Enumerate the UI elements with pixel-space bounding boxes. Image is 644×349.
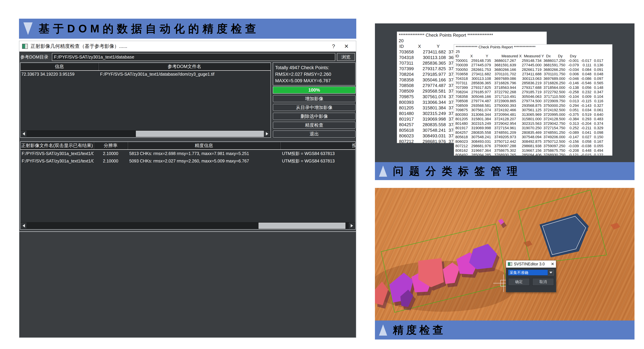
report-title: *************** Check Points Report ****… bbox=[454, 45, 612, 49]
section-banner-label-manage: 问题分类标签管理 bbox=[375, 162, 634, 180]
report-row: 707311 285836.365 3716826.796 285836.219… bbox=[454, 81, 612, 85]
col-y: Y bbox=[486, 54, 488, 58]
accuracy-check-window: 正射影像几何精度检查（基于参考影像）...... ? ✕ 参考DOM目录 浏览 … bbox=[19, 41, 356, 338]
report-row: 700039 277445.079 3681591.639 277445.000… bbox=[454, 63, 612, 67]
scrollbar-thumb[interactable] bbox=[136, 131, 264, 137]
action-button[interactable]: 退出 bbox=[273, 130, 356, 138]
check-points-stats: Totally 4947 Check Points: RMSX=2.027 RM… bbox=[273, 62, 356, 85]
triangle-down-icon bbox=[24, 22, 32, 35]
window-title: 正射影像几何精度检查（基于参考影像）...... bbox=[30, 43, 326, 50]
report-count: 20 bbox=[397, 38, 546, 43]
app-icon bbox=[22, 44, 28, 49]
chevron-down-icon[interactable] bbox=[548, 270, 554, 275]
scrollbar-track[interactable] bbox=[27, 223, 349, 229]
report-front-rows: 700001 259148.735 3686017.267 259148.734… bbox=[454, 58, 612, 156]
action-button[interactable]: 精度检查 bbox=[273, 122, 356, 129]
table-row[interactable]: F:/PYF/SVS-SAT/zy301a_text1/text1/ORTHO/… bbox=[20, 157, 355, 165]
triangle-up-icon bbox=[379, 166, 387, 177]
report-row: 800393 313066.344 3720994.481 313065.969… bbox=[454, 112, 612, 117]
col-dx: Dx bbox=[546, 54, 551, 58]
section-divider bbox=[19, 231, 356, 232]
column-header-accuracy: 精度信息 bbox=[128, 142, 280, 149]
table-header-row: 正射影像文件名(双击显示已有结果) 分辨率 精度信息 投影 bbox=[20, 142, 355, 150]
control-panel: Totally 4947 Check Points: RMSX=2.027 RM… bbox=[273, 62, 356, 138]
report-row: 808162 319667.364 3758675.302 319667.156… bbox=[454, 148, 612, 153]
dialog-titlebar: SVSTINEditor 3.0 ✕ bbox=[506, 261, 556, 268]
action-button[interactable]: 从目录中增加影像 bbox=[273, 104, 356, 111]
report-row: 804257 280835.558 3748591.209 280835.469… bbox=[454, 130, 612, 135]
col-dxy: Dxy bbox=[570, 54, 576, 58]
terrain-overlay bbox=[375, 188, 634, 321]
report-row: 708358 305046.166 3717110.491 305046.063… bbox=[454, 94, 612, 99]
report-row: 708508 279774.487 3723909.865 279774.500… bbox=[454, 99, 612, 103]
report-header-row: ID X Y Measured X Measured Y Dx Dy Dxy bbox=[454, 54, 612, 58]
col-x: X bbox=[418, 43, 421, 49]
report-row: 805618 307548.241 3749205.973 307548.094… bbox=[454, 135, 612, 139]
cancel-button[interactable]: 取消 bbox=[532, 278, 554, 286]
col-dy: Dy bbox=[558, 54, 562, 58]
col-y: Y bbox=[437, 43, 440, 49]
scroll-left-arrow[interactable] bbox=[21, 131, 27, 137]
column-header-resolution: 分辨率 bbox=[94, 142, 128, 149]
col-id: ID bbox=[455, 54, 459, 58]
window-body: 参考DOM目录 浏览 信息 参考DOM文件名 72.33673 34.19220… bbox=[19, 51, 356, 338]
report-window-front: *************** Check Points Report ****… bbox=[454, 44, 612, 156]
horizontal-scrollbar[interactable] bbox=[21, 222, 355, 229]
report-row: 806023 308493.031 3750712.442 308492.875… bbox=[454, 139, 612, 144]
action-button[interactable]: 删除选中影像 bbox=[273, 113, 356, 120]
ortho-results-table: 正射影像文件名(双击显示已有结果) 分辨率 精度信息 投影 F:/PYF/SVS… bbox=[20, 141, 356, 230]
scrollbar-track[interactable] bbox=[27, 131, 264, 137]
table-header-row: 信息 参考DOM文件名 bbox=[20, 63, 270, 71]
action-button[interactable]: 增加影像 bbox=[273, 95, 356, 102]
svstineditor-dialog: SVSTINEditor 3.0 ✕ 采集不准确 确定 取消 bbox=[506, 260, 556, 292]
progress-bar: 100% bbox=[273, 86, 356, 94]
column-header-info: 信息 bbox=[20, 63, 98, 70]
report-row: 704318 300113.108 3697689.086 300113.063… bbox=[454, 76, 612, 81]
col-measured-x: Measured X bbox=[502, 54, 522, 58]
close-icon[interactable]: ✕ bbox=[341, 43, 352, 49]
dom-dir-input[interactable] bbox=[52, 53, 335, 61]
close-icon[interactable]: ✕ bbox=[551, 262, 554, 266]
report-row: 707399 279317.825 3718563.944 279317.688… bbox=[454, 85, 612, 90]
dialog-title: SVSTINEditor 3.0 bbox=[514, 262, 549, 266]
progress-label: 100% bbox=[308, 87, 320, 93]
report-row: 801480 302315.249 3729042.954 302315.563… bbox=[454, 121, 612, 126]
column-header-ortho-file: 正射影像文件名(双击显示已有结果) bbox=[20, 142, 94, 149]
dropdown-selected-value[interactable]: 采集不准确 bbox=[508, 270, 548, 275]
col-id: ID bbox=[399, 43, 404, 49]
tin-polygon[interactable] bbox=[540, 213, 589, 257]
dialog-body: 采集不准确 确定 取消 bbox=[506, 268, 556, 292]
report-row: 708204 279185.977 3722792.268 279185.719… bbox=[454, 90, 612, 94]
banner-title: 精度检查 bbox=[393, 323, 446, 337]
column-header-ref-file: 参考DOM文件名 bbox=[98, 63, 270, 70]
stats-total: Totally 4947 Check Points: bbox=[275, 64, 353, 71]
section-banner-dom-check: 基于DOM的数据自动化的精度检查 bbox=[19, 19, 356, 39]
report-row: 708509 293568.581 3750000.393 293568.875… bbox=[454, 103, 612, 108]
help-button[interactable]: ? bbox=[328, 43, 339, 49]
report-row: 709875 307561.074 3724192.466 307561.125… bbox=[454, 108, 612, 112]
check-points-report-panel: *************** Check Points Report ****… bbox=[375, 23, 634, 162]
action-button-stack: 增加影像从目录中增加影像删除选中影像精度检查退出 bbox=[273, 95, 356, 138]
report-row: 808492 285094.285 3768930.765 285094.406… bbox=[454, 153, 612, 156]
stats-max: MAXX=5.009 MAXY=6.767 bbox=[275, 77, 353, 84]
scroll-right-arrow[interactable] bbox=[349, 223, 355, 229]
banner-title: 问题分类标签管理 bbox=[393, 164, 523, 178]
scrollbar-thumb[interactable] bbox=[258, 223, 346, 229]
report-row: 703658 273411.682 3701101.702 273411.688… bbox=[454, 72, 612, 76]
col-x: X bbox=[470, 54, 473, 58]
dom-dir-label: 参考DOM目录 bbox=[20, 54, 50, 60]
issue-type-dropdown[interactable]: 采集不准确 bbox=[508, 270, 554, 275]
window-titlebar: 正射影像几何精度检查（基于参考影像）...... ? ✕ bbox=[19, 41, 356, 51]
ok-button[interactable]: 确定 bbox=[508, 278, 530, 286]
table-row[interactable]: 72.33673 34.19220 3.95159 F:/PYF/SVS-SAT… bbox=[20, 71, 270, 77]
table-row[interactable]: F:/PYF/SVS-SAT/zy301a_text1/text1/ORTHO/… bbox=[20, 150, 355, 157]
scroll-right-arrow[interactable] bbox=[264, 131, 270, 137]
scroll-left-arrow[interactable] bbox=[21, 223, 27, 229]
horizontal-scrollbar[interactable] bbox=[21, 130, 270, 137]
browse-button[interactable]: 浏览 bbox=[337, 53, 355, 61]
triangle-up-icon bbox=[379, 325, 387, 336]
report-row: 700050 282661.753 3680266.166 282661.719… bbox=[454, 67, 612, 72]
report-row: 801917 319069.998 3727154.961 319070.250… bbox=[454, 126, 612, 130]
banner-title: 基于DOM的数据自动化的精度检查 bbox=[39, 21, 260, 36]
reference-dom-rows: 72.33673 34.19220 3.95159 F:/PYF/SVS-SAT… bbox=[20, 71, 270, 77]
